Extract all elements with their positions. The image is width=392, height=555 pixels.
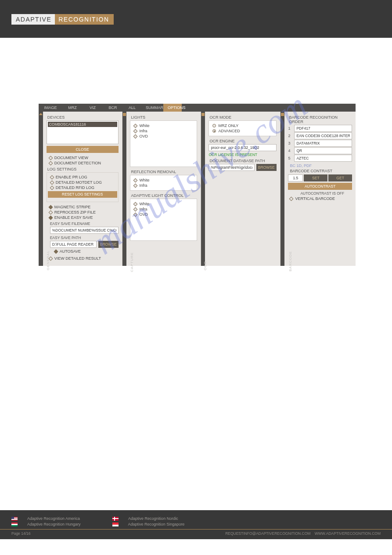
barcode-order-label: BARCODE RECOGNITION ORDER (289, 115, 352, 124)
diamond-icon (48, 205, 53, 209)
flag-sg-icon (112, 522, 119, 526)
device-item-selected[interactable]: COMBOSCAN181116 (48, 122, 117, 127)
tab-bcr[interactable]: BCR (103, 104, 123, 112)
diamond-icon (133, 123, 138, 128)
opt-rfid-log[interactable]: DETAILED RFID LOG (56, 185, 94, 190)
opt-vertical-barcode[interactable]: VERTICAL BARCODE (295, 196, 335, 201)
diamond-icon (54, 249, 58, 254)
alc-ovd[interactable]: OVD (139, 212, 148, 217)
radio-icon[interactable] (212, 124, 216, 127)
browse-button[interactable]: BROWSE (98, 241, 119, 248)
opt-doc-view[interactable]: DOCUMENT VIEW (54, 156, 88, 160)
diamond-icon (133, 134, 138, 138)
opt-reprocess-zip[interactable]: REPROCESS ZIP FILE (54, 210, 96, 214)
reflection-label: REFLECTION REMOVAL (131, 170, 197, 174)
doc-db-label: DOCUMENT DATABASE PATH (209, 159, 276, 163)
section-bar-capture[interactable]: CAPTURE (122, 112, 127, 266)
bc-order-2[interactable] (294, 132, 352, 139)
diamond-icon (289, 196, 294, 201)
panel-ocr: OCR MODE MRZ ONLY ADVANCED OCR ENGINE OC… (205, 112, 280, 266)
alc-label: ADAPTIVE LIGHT CONTROL (131, 193, 197, 198)
section-bar-ocr[interactable]: OCR (201, 112, 205, 266)
page-header: ADAPTIVE RECOGNITION (0, 0, 392, 38)
refl-white[interactable]: White (139, 178, 149, 182)
flag-us-icon (11, 517, 18, 521)
radio-icon[interactable] (212, 129, 216, 133)
opt-doc-detect[interactable]: DOCUMENT DETECTION (54, 161, 101, 165)
diamond-icon (48, 161, 53, 165)
opt-view-detailed[interactable]: VIEW DETAILED RESULT (54, 256, 101, 261)
tab-bar: IMAGE MRZ VIZ BCR ALL SUMMARY OPTIONS (39, 104, 356, 112)
addr-sg: Adaptive Recognition Singapore (128, 522, 185, 526)
app-screenshot: IMAGE MRZ VIZ BCR ALL SUMMARY OPTIONS GE… (39, 104, 356, 266)
doc-db-input[interactable] (209, 164, 254, 171)
section-bar-barcode[interactable]: BARCODE (281, 112, 285, 266)
diamond-icon (50, 175, 54, 179)
tab-image[interactable]: IMAGE (39, 104, 62, 112)
ocr-engine-input[interactable] (209, 144, 276, 151)
logo-left: ADAPTIVE (11, 14, 55, 25)
opt-motdet-log[interactable]: DETAILED MOTDET LOG (56, 180, 102, 185)
bc-order-4[interactable] (294, 147, 352, 154)
opt-magstripe[interactable]: MAGNETIC STRIPE (54, 205, 91, 209)
refl-infra[interactable]: Infra (139, 183, 147, 188)
diamond-icon (50, 180, 54, 185)
logo-right: RECOGNITION (55, 14, 113, 25)
opt-pr-log[interactable]: ENABLE PR LOG (56, 175, 87, 179)
log-settings-label: LOG SETTINGS (47, 167, 119, 171)
devices-listbox[interactable]: COMBOSCAN181116 (47, 120, 119, 144)
addr-us: Adaptive Recognition America (27, 516, 80, 521)
ocr-mode-advanced[interactable]: ADVANCED (218, 129, 240, 133)
diamond-icon (133, 129, 138, 133)
tab-options[interactable]: OPTIONS (163, 104, 182, 112)
panel-capture: LIGHTS White Infra OVD REFLECTION REMOVA… (126, 112, 201, 266)
bc-contrast-label: BARCODE CONTRAST (290, 169, 352, 173)
diamond-icon (133, 183, 138, 188)
tab-viz[interactable]: VIZ (83, 104, 103, 112)
diamond-icon (133, 207, 138, 211)
flag-dk-icon (112, 517, 119, 521)
ocr-mode-label: OCR MODE (209, 115, 276, 120)
page-footer: Adaptive Recognition America Adaptive Re… (0, 510, 392, 539)
light-ovd[interactable]: OVD (139, 134, 148, 138)
easy-save-path-label: EASY SAVE PATH (50, 236, 119, 240)
autocontrast-button[interactable]: AUTOCONTRAST (288, 183, 352, 190)
tab-mrz[interactable]: MRZ (62, 104, 83, 112)
diamond-icon (133, 178, 138, 182)
section-bar-general[interactable]: GENERAL (39, 112, 43, 266)
panel-general: DEVICES COMBOSCAN181116 CLOSE DOCUMENT V… (43, 112, 122, 266)
diamond-icon (133, 212, 138, 217)
close-button[interactable]: CLOSE (47, 146, 119, 153)
alc-infra[interactable]: Infra (139, 207, 147, 211)
ocr-mode-mrz[interactable]: MRZ ONLY (218, 123, 238, 128)
flag-hu-icon (11, 522, 18, 526)
addr-hu: Adaptive Recognition Hungary (27, 522, 81, 526)
bc-order-1[interactable] (294, 125, 352, 132)
lights-label: LIGHTS (131, 115, 197, 120)
tab-all[interactable]: ALL (123, 104, 141, 112)
page-number: Page 14/16 (11, 531, 30, 536)
bc-order-3[interactable] (294, 140, 352, 147)
addr-dk: Adaptive Recognition Nordic (128, 516, 178, 521)
set-button[interactable]: SET (304, 174, 327, 181)
diamond-icon (48, 215, 53, 220)
light-infra[interactable]: Infra (139, 129, 147, 133)
opt-autosave[interactable]: AUTOSAVE (60, 249, 81, 254)
opt-easy-save[interactable]: ENABLE EASY SAVE (54, 215, 93, 220)
bc-order-5[interactable] (294, 155, 352, 162)
light-white[interactable]: White (139, 123, 149, 128)
footer-email: REQUESTINFO@ADAPTIVERECOGNITION.COM (225, 531, 310, 536)
easy-save-filename-input[interactable] (50, 227, 119, 234)
reset-log-button[interactable]: RESET LOG SETTINGS (48, 191, 117, 198)
devices-label: DEVICES (47, 115, 119, 120)
diamond-icon (133, 202, 138, 206)
get-button[interactable]: GET (328, 174, 352, 181)
tab-summary[interactable]: SUMMARY (141, 104, 163, 112)
easy-save-path-input[interactable] (50, 241, 97, 248)
footer-url: WWW.ADAPTIVERECOGNITION.COM (315, 531, 381, 536)
alc-white[interactable]: White (139, 202, 149, 206)
browse-button[interactable]: BROWSE (256, 164, 277, 171)
bc-contrast-input[interactable] (288, 174, 303, 181)
autocontrast-status: AUTOCONTRAST IS OFF (300, 191, 352, 196)
diamond-icon (48, 210, 53, 214)
